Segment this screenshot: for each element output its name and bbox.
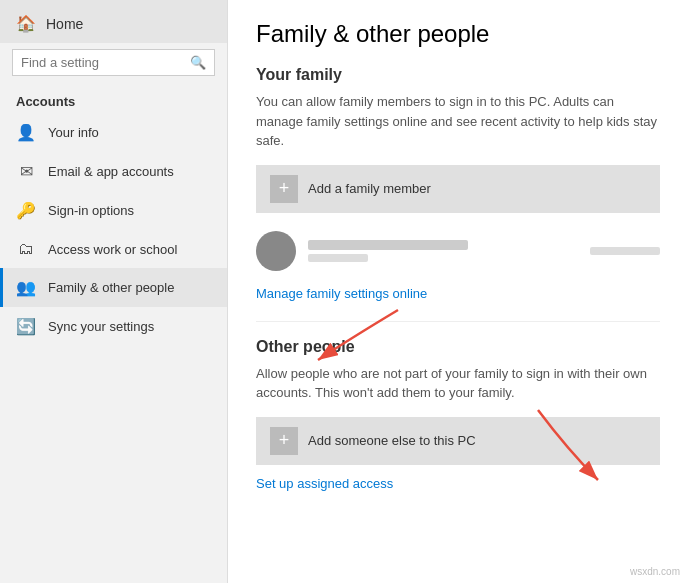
main-content: Family & other people Your family You ca… xyxy=(228,0,688,583)
sidebar-item-email-accounts[interactable]: ✉ Email & app accounts xyxy=(0,152,227,191)
add-someone-label: Add someone else to this PC xyxy=(308,433,476,448)
sidebar-item-label-sync: Sync your settings xyxy=(48,319,154,334)
sidebar-item-label-access-work: Access work or school xyxy=(48,242,177,257)
search-icon: 🔍 xyxy=(190,55,206,70)
manage-family-link[interactable]: Manage family settings online xyxy=(256,286,427,301)
other-people-section: Other people Allow people who are not pa… xyxy=(256,338,660,511)
sidebar-item-your-info[interactable]: 👤 Your info xyxy=(0,113,227,152)
home-label: Home xyxy=(46,16,83,32)
sidebar-item-sync[interactable]: 🔄 Sync your settings xyxy=(0,307,227,346)
member-email xyxy=(308,240,468,250)
email-accounts-icon: ✉ xyxy=(16,162,36,181)
access-work-icon: 🗂 xyxy=(16,240,36,258)
your-family-section: Your family You can allow family members… xyxy=(256,66,660,321)
add-family-member-button[interactable]: + Add a family member xyxy=(256,165,660,213)
assigned-access-link[interactable]: Set up assigned access xyxy=(256,476,393,491)
section-divider xyxy=(256,321,660,322)
sidebar: 🏠 Home 🔍 Accounts 👤 Your info ✉ Email & … xyxy=(0,0,228,583)
home-icon: 🏠 xyxy=(16,14,36,33)
sidebar-item-label-sign-in: Sign-in options xyxy=(48,203,134,218)
add-someone-button[interactable]: + Add someone else to this PC xyxy=(256,417,660,465)
family-member-row xyxy=(256,223,660,279)
member-role xyxy=(308,254,368,262)
sidebar-section-label: Accounts xyxy=(0,86,227,113)
sidebar-item-access-work[interactable]: 🗂 Access work or school xyxy=(0,230,227,268)
sign-in-icon: 🔑 xyxy=(16,201,36,220)
plus-icon: + xyxy=(270,175,298,203)
other-people-desc: Allow people who are not part of your fa… xyxy=(256,364,660,403)
add-someone-plus-icon: + xyxy=(270,427,298,455)
member-info xyxy=(308,240,578,262)
your-family-desc: You can allow family members to sign in … xyxy=(256,92,660,151)
add-family-label: Add a family member xyxy=(308,181,431,196)
your-info-icon: 👤 xyxy=(16,123,36,142)
sidebar-item-label-family: Family & other people xyxy=(48,280,174,295)
sidebar-item-family[interactable]: 👥 Family & other people xyxy=(0,268,227,307)
watermark: wsxdn.com xyxy=(630,566,680,577)
family-icon: 👥 xyxy=(16,278,36,297)
other-people-heading: Other people xyxy=(256,338,660,356)
member-action xyxy=(590,247,660,255)
page-title: Family & other people xyxy=(256,20,660,48)
search-box[interactable]: 🔍 xyxy=(12,49,215,76)
search-input[interactable] xyxy=(21,55,190,70)
sync-icon: 🔄 xyxy=(16,317,36,336)
sidebar-item-label-email: Email & app accounts xyxy=(48,164,174,179)
sidebar-item-sign-in[interactable]: 🔑 Sign-in options xyxy=(0,191,227,230)
avatar xyxy=(256,231,296,271)
sidebar-item-label-your-info: Your info xyxy=(48,125,99,140)
your-family-heading: Your family xyxy=(256,66,660,84)
home-button[interactable]: 🏠 Home xyxy=(0,0,227,43)
